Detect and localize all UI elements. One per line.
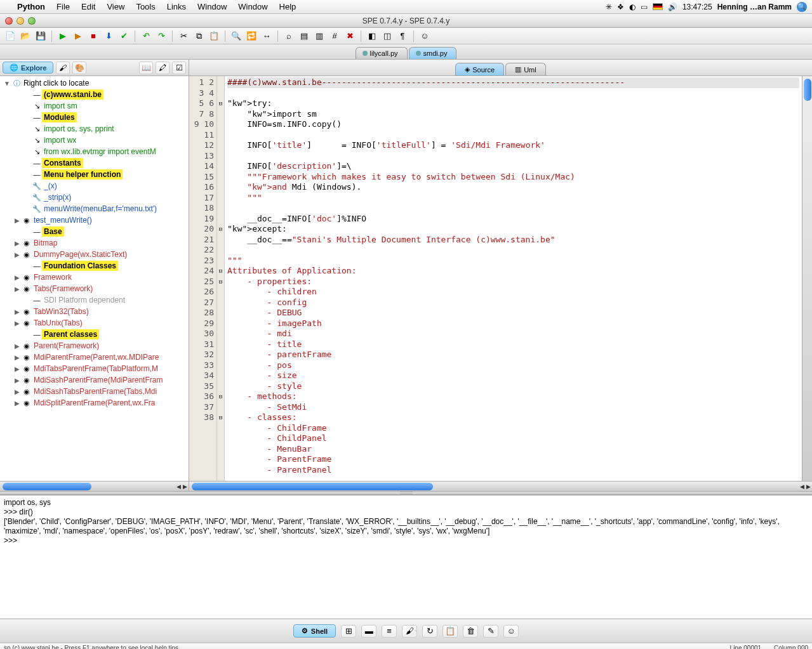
tree-node[interactable]: ↘import wx (0, 134, 189, 146)
refresh-icon[interactable]: ↻ (422, 625, 437, 638)
import-icon[interactable]: ⬇ (102, 30, 115, 43)
zoom-button[interactable] (28, 17, 36, 25)
check-icon[interactable]: ☑ (172, 62, 186, 74)
code-tree[interactable]: ▼ⓘRight click to locate —(c)www.stani.be… (0, 76, 189, 481)
scrollbar-vertical[interactable] (802, 76, 812, 481)
menu-window-2[interactable]: Window (232, 2, 273, 11)
brush-icon[interactable]: 🖌 (56, 62, 70, 74)
tree-node[interactable]: ▶◉MdiSashParentFrame(MdiParentFram (0, 374, 189, 386)
menu-file[interactable]: File (51, 2, 76, 11)
minimize-button[interactable] (17, 17, 24, 25)
indent-icon[interactable]: ▤ (298, 30, 310, 43)
scrollbar-horizontal[interactable]: ◀ ▶ (0, 481, 189, 491)
tree-node[interactable]: ▶◉Tabs(Framework) (0, 283, 189, 294)
pencil-icon[interactable]: ✎ (483, 625, 498, 638)
console-prompt[interactable]: >>> (4, 536, 808, 546)
wand-icon[interactable]: 🖍 (156, 62, 170, 74)
fold-column[interactable]: ⊟ ⊟ ⊟ ⊟ ⊟ ⊟ (217, 76, 225, 481)
tree-node[interactable]: ↘import sm (0, 100, 189, 112)
tree-node[interactable]: ▶◉DummyPage(wx.StaticText) (0, 249, 189, 260)
tab-source[interactable]: ◈Source (455, 63, 504, 75)
tree-root[interactable]: ▼ⓘRight click to locate (0, 77, 189, 89)
clock[interactable]: 13:47:25 (682, 3, 712, 11)
user-menu[interactable]: Henning …an Ramm (717, 3, 792, 11)
tree-node[interactable]: ▶◉TabWin32(Tabs) (0, 306, 189, 317)
tree-node[interactable]: ▶◉Bitmap (0, 237, 189, 249)
run-icon[interactable]: ▶ (57, 30, 69, 43)
scrollbar-horizontal[interactable]: ◀ ▶ (189, 481, 812, 491)
dedent-icon[interactable]: ▥ (313, 30, 326, 43)
tree-node[interactable]: 🔧menuWrite(menuBar,f='menu.txt') (0, 203, 189, 214)
menu-help[interactable]: Help (274, 2, 302, 11)
spotlight-icon[interactable]: 🔍 (797, 2, 807, 12)
tree-node[interactable]: —Constants (0, 157, 189, 169)
menu-tools[interactable]: Tools (130, 2, 161, 11)
goto-icon[interactable]: ↔ (260, 30, 273, 43)
tab-uml[interactable]: ▥Uml (505, 63, 546, 75)
note-icon[interactable]: 📋 (443, 625, 458, 638)
undo-icon[interactable]: ↶ (140, 30, 152, 43)
find-icon[interactable]: 🔍 (230, 30, 243, 43)
book-icon[interactable]: 📖 (139, 62, 153, 74)
check-icon[interactable]: ✔ (117, 30, 130, 43)
split-icon[interactable]: ◫ (381, 30, 394, 43)
trash-icon[interactable]: 🗑 (463, 625, 478, 638)
index-icon[interactable]: ≡ (382, 625, 397, 638)
tree-node[interactable]: —Modules (0, 112, 189, 123)
copy-icon[interactable]: ⧉ (192, 30, 205, 43)
tree-node[interactable]: —Menu helper function (0, 169, 189, 180)
menu-window[interactable]: Window (192, 2, 232, 11)
script-icon[interactable]: ❖ (617, 3, 624, 11)
smile-icon[interactable]: ☺ (503, 625, 519, 638)
monitor-icon[interactable]: ▭ (641, 3, 648, 11)
splitter-handle[interactable] (0, 491, 812, 495)
paint-icon[interactable]: 🎨 (72, 62, 86, 74)
tree-node[interactable]: ▶◉test_menuWrite() (0, 214, 189, 226)
save-icon[interactable]: 💾 (34, 30, 47, 43)
sidebar-icon[interactable]: ◧ (366, 30, 378, 43)
shell-output[interactable]: import os, sys >>> dir() ['Blender', 'Ch… (0, 495, 812, 619)
stop-icon[interactable]: ■ (87, 30, 100, 43)
tree-node[interactable]: ▶◉MdiTabsParentFrame(TabPlatform,M (0, 363, 189, 374)
tree-node[interactable]: —(c)www.stani.be (0, 89, 189, 100)
tree-node[interactable]: ▶◉MdiParentFrame(Parent,wx.MDIPare (0, 351, 189, 363)
flag-icon[interactable] (653, 3, 663, 10)
tree-node[interactable]: —Base (0, 226, 189, 237)
menuextra-icon[interactable]: ✳︎ (606, 3, 612, 11)
tree-node[interactable]: ▶◉MdiSplitParentFrame(Parent,wx.Fra (0, 397, 189, 409)
whitespace-icon[interactable]: ¶ (396, 30, 409, 43)
paste-icon[interactable]: 📋 (208, 30, 220, 43)
browse-icon[interactable]: ⌕ (283, 30, 295, 43)
tree-node[interactable]: ↘import os, sys, pprint (0, 123, 189, 134)
uncomment-icon[interactable]: ✖ (343, 30, 356, 43)
tab-smdi[interactable]: smdi.py (409, 47, 457, 59)
tree-node[interactable]: —Foundation Classes (0, 260, 189, 272)
source-editor[interactable]: 1 2 3 4 5 6 7 8 9 10 11 12 13 14 15 16 1… (189, 76, 812, 481)
smiley-icon[interactable]: ☺ (418, 30, 431, 43)
replace-icon[interactable]: 🔁 (245, 30, 258, 43)
tree-node[interactable]: ▶◉TabUnix(Tabs) (0, 317, 189, 329)
volume-icon[interactable]: 🔊 (668, 3, 677, 11)
open-icon[interactable]: 📂 (19, 30, 32, 43)
tree-node[interactable]: 🔧_strip(x) (0, 192, 189, 203)
tree-node[interactable]: 🔧_(x) (0, 180, 189, 192)
tree-node[interactable]: ▶◉Parent(Framework) (0, 340, 189, 351)
tree-node[interactable]: —SDI Platform dependent (0, 294, 189, 306)
menu-links[interactable]: Links (161, 2, 192, 11)
tree-node[interactable]: ▶◉MdiSashTabsParentFrame(Tabs,Mdi (0, 386, 189, 397)
brush-icon[interactable]: 🖌 (402, 625, 417, 638)
close-button[interactable] (5, 17, 13, 25)
tree-node[interactable]: ▶◉Framework (0, 272, 189, 283)
tree-node[interactable]: ↘from wx.lib.evtmgr import eventM (0, 146, 189, 157)
display-icon[interactable]: ◐ (629, 3, 636, 11)
menu-view[interactable]: View (101, 2, 130, 11)
code-area[interactable]: ####(c)www.stani.be---------------------… (225, 76, 802, 481)
debug-icon[interactable]: ▶ (72, 30, 84, 43)
cut-icon[interactable]: ✂ (177, 30, 190, 43)
explore-button[interactable]: 🌐 Explore (3, 62, 53, 74)
redo-icon[interactable]: ↷ (155, 30, 168, 43)
comment-icon[interactable]: # (328, 30, 341, 43)
tree-icon[interactable]: ⊞ (341, 625, 356, 638)
tree-node[interactable]: —Parent classes (0, 329, 189, 340)
menu-app[interactable]: Python (11, 2, 51, 11)
